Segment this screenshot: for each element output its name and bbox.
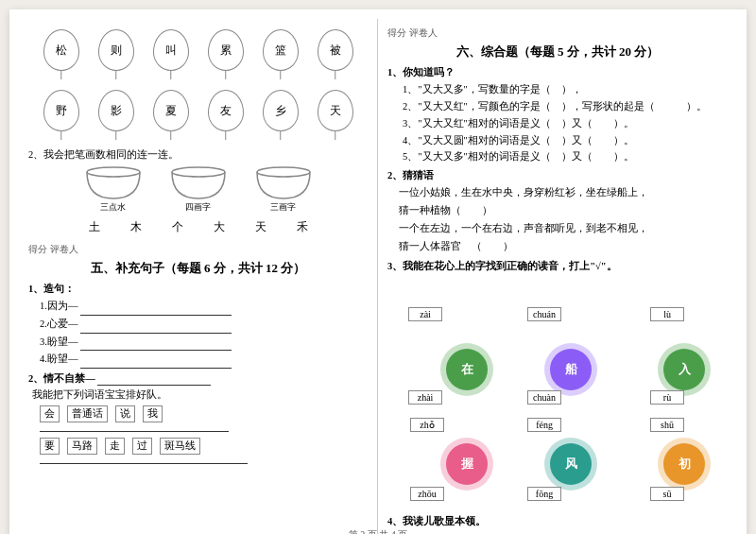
q6-2-line-3: 一个在左边，一个在右边，声音都听见，到老不相见， bbox=[399, 220, 728, 238]
q5-1-item-1: 1.因为— bbox=[40, 298, 368, 316]
q6-3-label: 3、我能在花心上的字找到正确的读音，打上"√"。 bbox=[387, 260, 728, 273]
balloon-row-2: 野 影 夏 友 乡 天 bbox=[28, 87, 368, 134]
balloon-2: 则 bbox=[98, 29, 134, 71]
q5-2-sub: 我能把下列词语宝宝排好队。 bbox=[32, 388, 368, 403]
pinyin-wo-2: zhōu bbox=[410, 487, 444, 501]
balloon-8: 影 bbox=[98, 90, 134, 131]
word-7: 走 bbox=[105, 438, 125, 455]
char-6: 禾 bbox=[291, 219, 314, 235]
q5-1-item-4: 4.盼望— bbox=[40, 351, 368, 369]
q6-1-item-2: 2、"又大又红"，写颜色的字是（ ），写形状的起是（ ）。 bbox=[403, 98, 728, 115]
balloon-4: 累 bbox=[208, 29, 244, 71]
balloon-row-1: 松 则 叫 累 篮 被 bbox=[28, 26, 368, 74]
pinyin-feng-2: fōng bbox=[527, 487, 561, 501]
section5-title: 五、补充句子（每题 6 分，共计 12 分） bbox=[28, 260, 368, 277]
svg-point-0 bbox=[87, 167, 140, 177]
right-column: 得分 评卷人 六、综合题（每题 5 分，共计 20 分） 1、你知道吗？ 1、"… bbox=[378, 19, 737, 534]
word-8: 过 bbox=[132, 438, 152, 455]
balloon-7: 野 bbox=[43, 90, 79, 131]
pinyin-chu-1: shū bbox=[650, 418, 684, 432]
flower-chuan: 船 bbox=[550, 349, 592, 390]
section5: 1、造句： 1.因为— 2.心爱— 3.盼望— 4.盼望— bbox=[28, 283, 368, 466]
svg-point-1 bbox=[172, 167, 225, 177]
q6-1-item-4: 4、"又大又圆"相对的词语是义（ ）又（ ）。 bbox=[403, 132, 728, 149]
pinyin-ru-2: rù bbox=[650, 390, 684, 405]
word-5: 要 bbox=[40, 438, 60, 455]
section6-title: 六、综合题（每题 5 分，共计 20 分） bbox=[387, 43, 728, 60]
q6-4-label: 4、我读儿歌显本领。 bbox=[387, 515, 728, 528]
q5-1-item-2: 2.心爱— bbox=[40, 316, 368, 334]
q6-1-item-5: 5、"又大又多"相对的词语是义（ ）又（ ）。 bbox=[403, 148, 728, 165]
pinyin-chuan-1: chuán bbox=[527, 307, 561, 321]
balloon-3: 叫 bbox=[153, 29, 189, 71]
char-3: 个 bbox=[166, 219, 189, 235]
balloon-10: 友 bbox=[208, 90, 244, 131]
page-footer: 第 2 页 共 4 页 bbox=[9, 528, 747, 534]
exam-page: 松 则 叫 累 篮 被 野 影 bbox=[9, 9, 747, 534]
flower-wo: 握 bbox=[446, 443, 488, 485]
connect-section: 2、我会把笔画数相同的连一连。 三点水 bbox=[28, 147, 368, 235]
section5-score-header: 得分 评卷人 bbox=[28, 243, 368, 256]
balloon-12: 天 bbox=[318, 90, 353, 131]
pinyin-zai-1: zài bbox=[408, 307, 442, 321]
q5-2-group: 2、情不自禁— 我能把下列词语宝宝排好队。 会 普通话 说 我 要 马路 bbox=[28, 372, 368, 466]
balloon-5: 篮 bbox=[263, 29, 299, 71]
q6-1-item-3: 3、"又大又红"相对的词语是义（ ）又（ ）。 bbox=[403, 115, 728, 132]
char-4: 大 bbox=[208, 219, 231, 235]
q6-2-line-4: 猜一人体器官 （ ） bbox=[399, 238, 728, 256]
pinyin-feng-1: féng bbox=[527, 418, 561, 432]
pinyin-chuan-2: chuàn bbox=[527, 390, 561, 405]
pinyin-wo-1: zhǒ bbox=[410, 418, 444, 432]
word-1: 会 bbox=[40, 405, 60, 422]
section6: 1、你知道吗？ 1、"又大又多"，写数量的字是（ ）， 2、"又大又红"，写颜色… bbox=[387, 66, 728, 528]
pinyin-chu-2: sū bbox=[650, 487, 684, 501]
q5-1-label: 1、造句： bbox=[28, 283, 368, 296]
q6-1-label: 1、你知道吗？ bbox=[387, 66, 728, 79]
balloon-9: 夏 bbox=[153, 90, 189, 131]
bowl-2: 四画字 bbox=[170, 166, 227, 214]
q6-2-line-1: 一位小姑娘，生在水中央，身穿粉红衫，坐在绿船上， bbox=[399, 184, 728, 202]
char-2: 木 bbox=[125, 219, 147, 235]
pinyin-ru-1: lù bbox=[650, 307, 684, 321]
q5-2-label: 2、情不自禁— bbox=[28, 372, 368, 386]
bowl-items: 三点水 四画字 bbox=[28, 166, 368, 214]
flower-feng: 风 bbox=[550, 443, 592, 485]
section6-score-header: 得分 评卷人 bbox=[387, 26, 728, 40]
pinyin-zai-2: zhài bbox=[408, 390, 442, 405]
balloon-11: 乡 bbox=[263, 90, 299, 131]
word-9: 斑马线 bbox=[160, 438, 200, 455]
balloon-1: 松 bbox=[43, 29, 79, 71]
word-2: 普通话 bbox=[67, 405, 108, 422]
word-4: 我 bbox=[143, 405, 163, 422]
word-3: 说 bbox=[115, 405, 135, 422]
q5-arrange-1: 会 普通话 说 我 bbox=[40, 405, 368, 422]
q6-2-label: 2、猜猜语 bbox=[387, 169, 728, 182]
word-6: 马路 bbox=[67, 438, 97, 455]
char-5: 天 bbox=[249, 219, 272, 235]
char-1: 土 bbox=[83, 219, 106, 235]
left-column: 松 则 叫 累 篮 被 野 影 bbox=[19, 19, 378, 534]
char-row: 土 木 个 大 天 禾 bbox=[28, 219, 368, 235]
balloon-6: 被 bbox=[318, 29, 353, 71]
q6-1-item-1: 1、"又大又多"，写数量的字是（ ）， bbox=[403, 81, 728, 98]
bowl-3: 三画字 bbox=[255, 166, 312, 214]
flower-ru: 入 bbox=[663, 349, 705, 390]
connect-label: 2、我会把笔画数相同的连一连。 bbox=[28, 147, 368, 163]
flower-chu: 初 bbox=[663, 443, 705, 485]
q5-1-item-3: 3.盼望— bbox=[40, 334, 368, 352]
svg-point-2 bbox=[257, 167, 310, 177]
q5-arrange-2: 要 马路 走 过 斑马线 bbox=[40, 438, 368, 455]
pinyin-flower-area: 在 zài zhài 船 chuán chuàn 入 lù rù 握 zhǒ z… bbox=[387, 281, 728, 508]
q6-2-line-2: 猜一种植物（ ） bbox=[399, 202, 728, 220]
flower-zai: 在 bbox=[446, 349, 488, 390]
bowl-1: 三点水 bbox=[85, 166, 142, 214]
